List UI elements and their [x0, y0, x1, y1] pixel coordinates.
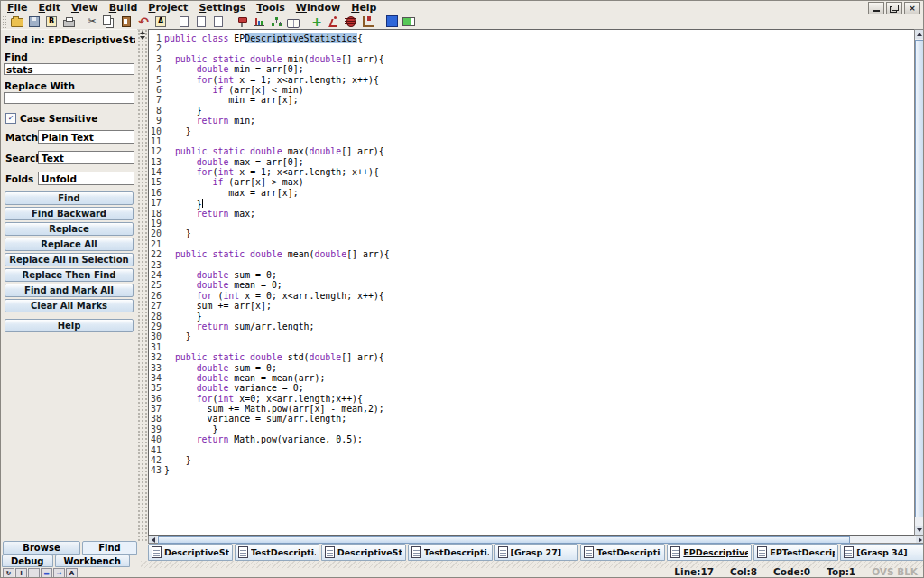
toolbar-drag-handle[interactable]: [2, 15, 6, 28]
new-file-icon[interactable]: [193, 14, 209, 28]
save-icon[interactable]: [26, 14, 42, 28]
match-select[interactable]: Plain Text: [38, 130, 134, 144]
search-select[interactable]: Text: [38, 151, 134, 164]
hierarchy-icon[interactable]: [268, 14, 284, 28]
horizontal-scroll-thumb[interactable]: [158, 536, 850, 544]
menu-file[interactable]: File: [3, 2, 34, 14]
tab-find[interactable]: Find: [82, 541, 137, 555]
refresh-icon[interactable]: ↻: [3, 568, 14, 578]
blank-file-icon[interactable]: [210, 14, 226, 28]
case-sensitive-checkbox[interactable]: ✓: [5, 113, 16, 124]
file-tab[interactable]: TestDescripti...: [408, 544, 493, 561]
open-file-icon[interactable]: [9, 14, 25, 28]
file-tab[interactable]: EPDescriptive...: [667, 544, 752, 561]
file-icon: [498, 546, 508, 558]
minimize-button[interactable]: [868, 2, 884, 14]
horizontal-scrollbar[interactable]: [148, 536, 924, 544]
toolbar: B✂↶A+: [1, 14, 923, 30]
vertical-scrollbar[interactable]: [914, 29, 924, 536]
clear-all-marks-button[interactable]: Clear All Marks: [5, 299, 134, 312]
menu-build[interactable]: Build: [105, 2, 144, 14]
print-icon[interactable]: [60, 14, 77, 28]
file-tab[interactable]: [Grasp 27]: [494, 544, 579, 561]
line-number: 29: [151, 322, 162, 331]
line-number: 15: [151, 177, 162, 187]
documentation-icon[interactable]: [285, 14, 301, 28]
file-tab-bar: DescriptiveSta...TestDescripti...Descrip…: [148, 544, 924, 561]
file-tab[interactable]: TestDescripti...: [235, 544, 319, 561]
window-controls: ×: [868, 2, 920, 14]
line-number: 14: [151, 167, 162, 177]
line-number: 36: [151, 394, 162, 404]
scroll-left-button[interactable]: [149, 536, 157, 543]
menu-edit[interactable]: Edit: [34, 2, 67, 14]
statistics-icon[interactable]: [251, 14, 267, 28]
cut-icon[interactable]: ✂: [84, 14, 100, 28]
file-tab[interactable]: DescriptiveSta...: [148, 544, 233, 561]
scroll-down-button[interactable]: [915, 526, 924, 535]
file-tab[interactable]: DescriptiveSta...: [321, 544, 406, 561]
split-window-icon[interactable]: ▬: [41, 568, 52, 578]
copy-icon[interactable]: [101, 14, 117, 28]
replace-all-in-selection-button[interactable]: Replace All in Selection: [5, 253, 134, 266]
file-tab[interactable]: EPTestDescrip...: [753, 544, 838, 561]
scroll-right-button[interactable]: [916, 536, 924, 543]
code-line: 42 }: [149, 455, 914, 465]
help-button[interactable]: Help: [5, 319, 134, 332]
file-icon: [670, 546, 680, 558]
undo-icon[interactable]: ↶: [135, 14, 152, 28]
menu-help[interactable]: Help: [346, 2, 383, 14]
replace-input[interactable]: [4, 92, 134, 104]
find-replace-icon[interactable]: A: [152, 14, 169, 28]
code-line: 25 double mean = 0;: [149, 280, 914, 290]
close-button[interactable]: ×: [904, 2, 920, 14]
run-icon[interactable]: [326, 14, 342, 28]
pin-window-icon[interactable]: [234, 14, 250, 28]
menu-view[interactable]: View: [67, 2, 105, 14]
paste-icon[interactable]: [118, 14, 134, 28]
line-number: 10: [151, 126, 162, 136]
tab-workbench[interactable]: Workbench: [55, 555, 130, 567]
code-editor[interactable]: 1public class EPDescriptiveStatistics{23…: [148, 29, 914, 536]
check-icon: ✓: [8, 115, 14, 122]
folds-select[interactable]: Unfold: [38, 172, 134, 185]
replace-all-button[interactable]: Replace All: [5, 238, 134, 251]
progress-icon[interactable]: [401, 14, 417, 28]
compile-icon[interactable]: +: [309, 14, 325, 28]
scroll-up-button[interactable]: [915, 30, 924, 39]
file-tab[interactable]: [Grasp 34]: [840, 544, 924, 561]
code-line: 8 }: [149, 106, 914, 116]
csd-window-icon[interactable]: [383, 14, 400, 28]
menu-project[interactable]: Project: [143, 2, 194, 14]
file-icon: [844, 546, 854, 558]
line-number: 35: [151, 383, 162, 393]
code-line: 17 }: [149, 198, 914, 208]
find-and-mark-all-button[interactable]: Find and Mark All: [5, 284, 134, 297]
vertical-scroll-thumb[interactable]: [915, 40, 924, 517]
find-button[interactable]: Find: [5, 191, 134, 205]
spacer-icon[interactable]: [28, 568, 40, 578]
line-number: 32: [151, 352, 162, 362]
debug-icon[interactable]: [343, 14, 359, 28]
splitter[interactable]: [137, 29, 148, 543]
tab-debug[interactable]: Debug: [2, 555, 53, 567]
find-backward-button[interactable]: Find Backward: [5, 207, 134, 220]
line-number: 28: [151, 312, 162, 322]
code-line: 1public class EPDescriptiveStatistics{: [149, 33, 914, 43]
workbench-icon[interactable]: [360, 14, 376, 28]
restore-button[interactable]: [886, 2, 902, 14]
tab-browse[interactable]: Browse: [3, 541, 80, 555]
menu-tools[interactable]: Tools: [252, 2, 291, 14]
bytecode-icon[interactable]: B: [43, 14, 60, 28]
insert-mode-icon[interactable]: I: [15, 568, 27, 578]
menu-window[interactable]: Window: [291, 2, 346, 14]
goto-icon[interactable]: →: [53, 568, 65, 578]
font-icon[interactable]: A: [66, 568, 78, 578]
line-number: 34: [151, 373, 162, 383]
replace-then-find-button[interactable]: Replace Then Find: [5, 268, 134, 282]
file-tab[interactable]: TestDescripti...: [580, 544, 665, 561]
replace-button[interactable]: Replace: [5, 222, 134, 236]
find-input[interactable]: [4, 63, 134, 75]
new-view-icon[interactable]: [176, 14, 192, 28]
menu-settings[interactable]: Settings: [194, 2, 252, 14]
